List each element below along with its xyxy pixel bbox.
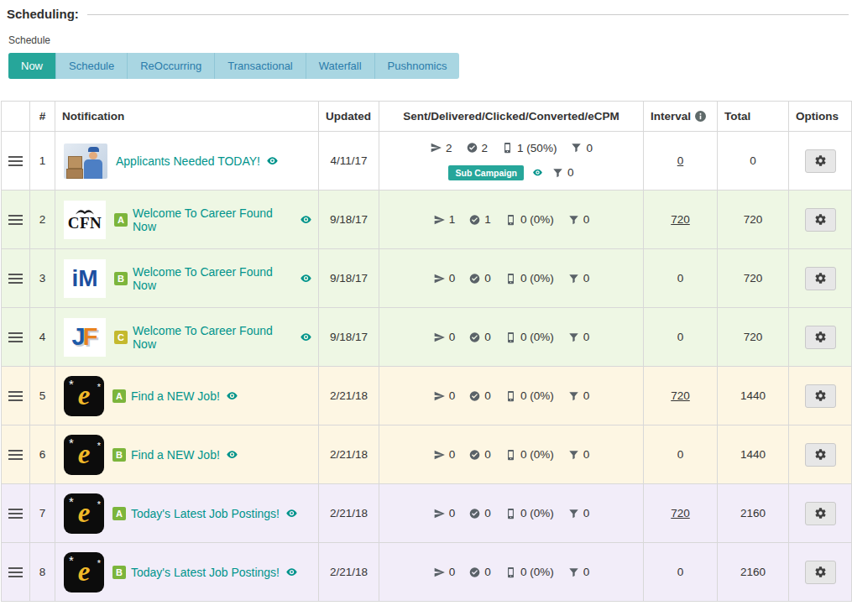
gear-icon [814, 213, 827, 226]
notification-title[interactable]: Today's Latest Job Postings! [131, 566, 280, 579]
notification-logo: e [64, 493, 104, 534]
updated-value: 4/11/17 [330, 154, 367, 167]
total-cell: 2160 [718, 484, 789, 543]
drag-handle-icon[interactable] [8, 215, 23, 225]
interval-cell: 720 [644, 191, 718, 249]
interval-value[interactable]: 0 [677, 331, 684, 343]
eye-icon[interactable] [285, 507, 299, 519]
converted-icon [567, 449, 580, 461]
converted-icon [567, 273, 580, 285]
schedule-tab[interactable]: Pushnomics [375, 53, 460, 79]
sent-icon [433, 214, 446, 226]
row-number: 8 [39, 566, 46, 578]
sub-campaign-eye-icon[interactable] [531, 167, 544, 178]
drag-handle-icon[interactable] [8, 274, 23, 284]
eye-icon[interactable] [225, 389, 239, 402]
notification-logo: e [64, 552, 104, 593]
drag-handle-icon[interactable] [8, 509, 23, 519]
updated-cell: 2/21/18 [319, 543, 379, 602]
schedule-tab[interactable]: Now [8, 53, 56, 79]
converted-icon [567, 331, 580, 343]
total-value: 720 [744, 213, 763, 226]
table-header-row: # Notification Updated Sent/Delivered/Cl… [2, 102, 852, 132]
drag-handle-icon[interactable] [8, 391, 23, 401]
clicked-icon [504, 566, 517, 578]
schedule-tab[interactable]: Waterfall [306, 53, 375, 79]
notification-cell: e A Today's Latest Job Postings! [55, 484, 319, 543]
drag-handle-icon[interactable] [8, 332, 23, 342]
eye-icon[interactable] [299, 272, 313, 285]
logo-head-shape [89, 152, 97, 159]
delivered-icon [468, 449, 481, 461]
info-icon[interactable] [695, 111, 706, 122]
interval-value[interactable]: 0 [677, 154, 684, 167]
interval-cell: 0 [644, 308, 718, 367]
delivered-count: 2 [482, 142, 489, 154]
options-cell [789, 425, 852, 484]
notification-title[interactable]: Today's Latest Job Postings! [131, 507, 280, 520]
drag-handle-icon[interactable] [8, 450, 23, 460]
updated-cell: 2/21/18 [319, 425, 379, 484]
sent-icon [433, 508, 446, 519]
options-button[interactable] [805, 149, 836, 173]
notification-cell: JF C Welcome To Career Found Now [55, 308, 319, 367]
drag-cell [2, 367, 30, 425]
sent-count: 2 [446, 142, 452, 154]
notification-title[interactable]: Find a NEW Job! [131, 389, 220, 403]
interval-value[interactable]: 720 [671, 213, 690, 226]
options-button[interactable] [805, 443, 836, 467]
options-button[interactable] [805, 561, 836, 584]
interval-value[interactable]: 0 [677, 448, 684, 461]
notification-title[interactable]: Welcome To Career Found Now [133, 324, 294, 351]
delivered-icon [468, 566, 481, 578]
row-number: 7 [39, 507, 46, 519]
interval-value[interactable]: 0 [677, 272, 684, 285]
number-cell: 2 [30, 191, 55, 249]
options-button[interactable] [805, 384, 836, 408]
eye-icon[interactable] [299, 331, 313, 343]
clicked-count: 0 (0%) [520, 448, 554, 461]
drag-cell [2, 249, 30, 308]
options-cell [789, 249, 852, 308]
notification-title[interactable]: Find a NEW Job! [131, 448, 220, 462]
interval-value[interactable]: 0 [677, 566, 684, 578]
eye-icon[interactable] [225, 448, 239, 461]
options-button[interactable] [805, 326, 836, 349]
sub-campaign-line: Sub Campaign 0 [384, 165, 638, 180]
drag-handle-icon[interactable] [8, 156, 23, 166]
eye-icon[interactable] [285, 566, 299, 578]
schedule-tab[interactable]: Transactional [215, 53, 306, 79]
options-button[interactable] [805, 267, 836, 290]
total-cell: 2160 [718, 543, 789, 602]
delivered-count: 0 [484, 566, 491, 578]
delivered-icon [468, 214, 481, 226]
schedule-tab[interactable]: ReOccurring [128, 53, 215, 79]
interval-cell: 0 [644, 543, 718, 602]
clicked-count: 0 (0%) [520, 213, 554, 226]
total-cell: 720 [718, 308, 789, 367]
converted-count: 0 [586, 142, 593, 154]
notification-title[interactable]: Applicants Needed TODAY! [116, 154, 260, 168]
drag-handle-icon[interactable] [8, 567, 23, 577]
sub-campaign-converted: 0 [567, 166, 574, 179]
notification-logo: JF [64, 318, 106, 357]
schedule-tab[interactable]: Schedule [56, 53, 128, 79]
ab-badge: A [112, 507, 126, 520]
interval-value[interactable]: 720 [671, 507, 690, 519]
total-column-header: Total [718, 102, 789, 132]
converted-count: 0 [583, 566, 590, 578]
total-value: 0 [750, 154, 756, 167]
notification-title[interactable]: Welcome To Career Found Now [133, 206, 294, 233]
interval-header-label: Interval [651, 110, 691, 123]
eye-icon[interactable] [299, 213, 313, 226]
row-number: 2 [39, 213, 46, 226]
notification-title[interactable]: Welcome To Career Found Now [133, 265, 294, 292]
options-button[interactable] [805, 208, 836, 232]
converted-count: 0 [583, 213, 590, 226]
options-button[interactable] [805, 502, 836, 525]
interval-cell: 0 [644, 249, 718, 308]
interval-value[interactable]: 720 [671, 389, 690, 402]
notification-cell: e B Today's Latest Job Postings! [55, 543, 319, 602]
eye-icon[interactable] [265, 154, 280, 167]
notification-cell: e A Find a NEW Job! [55, 367, 319, 425]
